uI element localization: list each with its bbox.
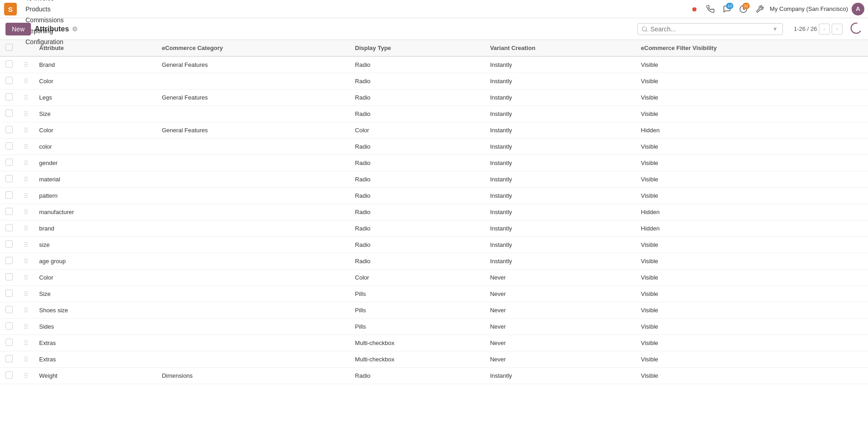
select-all-checkbox[interactable] xyxy=(5,44,13,51)
row-checkbox[interactable] xyxy=(5,175,13,182)
ecommerce-category-cell xyxy=(156,237,350,253)
row-checkbox[interactable] xyxy=(5,142,13,150)
drag-handle[interactable]: ⠿ xyxy=(18,319,34,335)
phone-icon[interactable] xyxy=(704,3,717,15)
ecommerce-category-cell: General Features xyxy=(156,56,350,73)
variant-creation-cell: Never xyxy=(484,319,636,335)
drag-handle[interactable]: ⠿ xyxy=(18,122,34,139)
table-row[interactable]: ⠿sizeRadioInstantlyVisible xyxy=(0,237,868,253)
variant-creation-cell: Never xyxy=(484,270,636,286)
navbar-item-products[interactable]: Products xyxy=(21,4,68,15)
th-variant-creation[interactable]: Variant Creation xyxy=(484,40,636,56)
table-row[interactable]: ⠿colorRadioInstantlyVisible xyxy=(0,139,868,155)
th-select-all[interactable] xyxy=(0,40,18,56)
drag-handle[interactable]: ⠿ xyxy=(18,286,34,302)
th-ecommerce-filter-visibility[interactable]: eCommerce Filter Visibility xyxy=(636,40,868,56)
gear-icon[interactable]: ⚙ xyxy=(72,25,78,33)
row-checkbox[interactable] xyxy=(5,126,13,133)
table-row[interactable]: ⠿age groupRadioInstantlyVisible xyxy=(0,253,868,270)
drag-handle[interactable]: ⠿ xyxy=(18,139,34,155)
display-type-cell: Radio xyxy=(349,188,484,204)
activity-icon[interactable]: 32 xyxy=(737,3,750,15)
search-input[interactable] xyxy=(651,25,769,33)
chat-icon[interactable]: 10 xyxy=(721,3,733,15)
variant-creation-cell: Instantly xyxy=(484,73,636,90)
row-checkbox[interactable] xyxy=(5,290,13,297)
drag-handle[interactable]: ⠿ xyxy=(18,188,34,204)
row-checkbox[interactable] xyxy=(5,257,13,264)
table-row[interactable]: ⠿ExtrasMulti-checkboxNeverVisible xyxy=(0,351,868,368)
table-row[interactable]: ⠿LegsGeneral FeaturesRadioInstantlyVisib… xyxy=(0,90,868,106)
row-checkbox[interactable] xyxy=(5,93,13,100)
row-checkbox[interactable] xyxy=(5,159,13,166)
company-name[interactable]: My Company (San Francisco) xyxy=(770,5,848,12)
table-row[interactable]: ⠿SizePillsNeverVisible xyxy=(0,286,868,302)
record-icon[interactable]: ⏺ xyxy=(688,3,701,15)
row-checkbox[interactable] xyxy=(5,306,13,313)
drag-handle[interactable]: ⠿ xyxy=(18,90,34,106)
attribute-cell: Size xyxy=(34,106,156,122)
variant-creation-cell: Instantly xyxy=(484,237,636,253)
drag-handle[interactable]: ⠿ xyxy=(18,171,34,188)
drag-handle[interactable]: ⠿ xyxy=(18,237,34,253)
filter-visibility-cell: Visible xyxy=(636,270,868,286)
table-row[interactable]: ⠿ColorColorNeverVisible xyxy=(0,270,868,286)
table-row[interactable]: ⠿manufacturerRadioInstantlyHidden xyxy=(0,204,868,220)
variant-creation-cell: Instantly xyxy=(484,253,636,270)
drag-handle[interactable]: ⠿ xyxy=(18,204,34,220)
table-row[interactable]: ⠿BrandGeneral FeaturesRadioInstantlyVisi… xyxy=(0,56,868,73)
drag-handle[interactable]: ⠿ xyxy=(18,270,34,286)
pagination-next-button[interactable]: › xyxy=(832,24,843,35)
th-ecommerce-category[interactable]: eCommerce Category xyxy=(156,40,350,56)
row-checkbox[interactable] xyxy=(5,322,13,330)
row-checkbox[interactable] xyxy=(5,208,13,215)
navbar-item-to-invoice[interactable]: To Invoice xyxy=(21,0,68,4)
app-logo[interactable]: S xyxy=(4,2,17,16)
drag-handle[interactable]: ⠿ xyxy=(18,368,34,384)
wrench-icon[interactable] xyxy=(753,3,766,15)
loading-spinner xyxy=(850,22,863,36)
row-checkbox-cell xyxy=(0,237,18,253)
table-row[interactable]: ⠿Shoes sizePillsNeverVisible xyxy=(0,302,868,319)
row-checkbox[interactable] xyxy=(5,339,13,346)
display-type-cell: Radio xyxy=(349,139,484,155)
drag-handle[interactable]: ⠿ xyxy=(18,73,34,90)
drag-handle[interactable]: ⠿ xyxy=(18,335,34,351)
table-row[interactable]: ⠿patternRadioInstantlyVisible xyxy=(0,188,868,204)
row-checkbox[interactable] xyxy=(5,77,13,84)
avatar[interactable]: A xyxy=(852,3,864,15)
drag-handle[interactable]: ⠿ xyxy=(18,220,34,237)
row-checkbox[interactable] xyxy=(5,110,13,117)
table-row[interactable]: ⠿WeightDimensionsRadioInstantlyVisible xyxy=(0,368,868,384)
variant-creation-cell: Never xyxy=(484,286,636,302)
table-row[interactable]: ⠿ColorRadioInstantlyVisible xyxy=(0,73,868,90)
row-checkbox[interactable] xyxy=(5,355,13,362)
drag-handle[interactable]: ⠿ xyxy=(18,351,34,368)
table-row[interactable]: ⠿genderRadioInstantlyVisible xyxy=(0,155,868,171)
row-checkbox[interactable] xyxy=(5,191,13,199)
row-checkbox[interactable] xyxy=(5,240,13,248)
table-row[interactable]: ⠿SidesPillsNeverVisible xyxy=(0,319,868,335)
pagination-prev-button[interactable]: ‹ xyxy=(819,24,830,35)
table-row[interactable]: ⠿ExtrasMulti-checkboxNeverVisible xyxy=(0,335,868,351)
table-row[interactable]: ⠿brandRadioInstantlyHidden xyxy=(0,220,868,237)
row-checkbox[interactable] xyxy=(5,273,13,280)
new-button[interactable]: New xyxy=(5,23,31,35)
drag-handle[interactable]: ⠿ xyxy=(18,155,34,171)
drag-handle[interactable]: ⠿ xyxy=(18,253,34,270)
variant-creation-cell: Never xyxy=(484,302,636,319)
row-checkbox-cell xyxy=(0,351,18,368)
table-row[interactable]: ⠿ColorGeneral FeaturesColorInstantlyHidd… xyxy=(0,122,868,139)
drag-handle[interactable]: ⠿ xyxy=(18,106,34,122)
row-checkbox[interactable] xyxy=(5,60,13,68)
th-display-type[interactable]: Display Type xyxy=(349,40,484,56)
row-checkbox[interactable] xyxy=(5,371,13,379)
row-checkbox[interactable] xyxy=(5,224,13,231)
table-row[interactable]: ⠿materialRadioInstantlyVisible xyxy=(0,171,868,188)
display-type-cell: Color xyxy=(349,270,484,286)
drag-handle[interactable]: ⠿ xyxy=(18,56,34,73)
row-checkbox-cell xyxy=(0,155,18,171)
drag-handle[interactable]: ⠿ xyxy=(18,302,34,319)
table-row[interactable]: ⠿SizeRadioInstantlyVisible xyxy=(0,106,868,122)
search-dropdown-button[interactable]: ▼ xyxy=(772,26,779,32)
